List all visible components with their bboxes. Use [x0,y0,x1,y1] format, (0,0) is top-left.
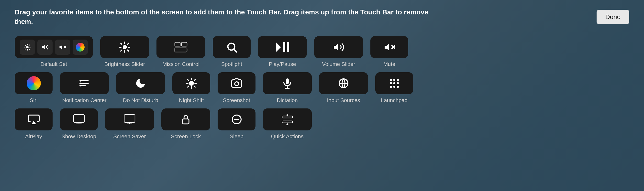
svg-line-7 [25,49,26,50]
ds-volume-icon [38,39,52,55]
item-screen-lock[interactable]: Screen Lock [161,108,210,140]
item-do-not-disturb[interactable]: Do Not Disturb [116,72,165,104]
svg-rect-27 [287,42,289,52]
volume-slider-label: Volume Slider [322,61,355,67]
spotlight-label: Spotlight [221,61,242,67]
play-pause-button[interactable] [258,36,307,58]
quick-actions-label: Quick Actions [271,133,304,140]
item-screenshot[interactable]: Screenshot [218,72,256,104]
screen-saver-label: Screen Saver [113,133,146,140]
default-set-label: Default Set [40,61,67,67]
mute-button[interactable] [370,36,408,58]
airplay-button[interactable] [15,108,52,130]
input-sources-button[interactable] [319,72,368,94]
item-default-set[interactable]: Default Set [15,36,93,67]
svg-point-0 [26,46,28,48]
instruction-text: Drag your favorite items to the bottom o… [15,7,430,26]
input-sources-icon [338,77,350,89]
ds-siri-mini-icon [72,39,88,55]
screenshot-label: Screenshot [223,97,250,104]
brightness-slider-button[interactable] [100,36,149,58]
launchpad-label: Launchpad [381,97,408,104]
sleep-icon [231,114,242,125]
item-show-desktop[interactable]: Show Desktop [60,108,98,140]
airplay-icon [28,114,40,125]
item-airplay[interactable]: AirPlay [15,108,52,140]
svg-rect-53 [397,79,399,81]
night-shift-label: Night Shift [179,97,204,104]
volume-slider-button[interactable] [314,36,363,58]
mute-icon [384,41,395,53]
item-dictation[interactable]: Dictation [263,72,312,104]
do-not-disturb-button[interactable] [116,72,165,94]
notification-center-label: Notification Center [62,97,106,104]
screen-lock-button[interactable] [161,108,210,130]
svg-rect-57 [390,86,392,88]
item-screen-saver[interactable]: Screen Saver [105,108,154,140]
mission-control-button[interactable] [156,36,206,58]
item-notification-center[interactable]: Notification Center [60,72,109,104]
item-input-sources[interactable]: Input Sources [319,72,368,104]
item-mission-control[interactable]: Mission Control [156,36,206,67]
header: Drag your favorite items to the bottom o… [15,7,629,26]
svg-point-45 [235,82,239,86]
item-mute[interactable]: Mute [370,36,408,67]
svg-line-24 [234,49,237,52]
svg-rect-52 [394,79,395,81]
night-shift-icon [186,77,197,89]
svg-point-33 [80,80,81,82]
item-spotlight[interactable]: Spotlight [213,36,250,67]
show-desktop-icon [73,114,85,125]
notification-center-icon [78,77,90,89]
siri-button[interactable] [15,72,52,94]
show-desktop-button[interactable] [60,108,98,130]
screenshot-icon [231,77,242,89]
volume-slider-icon [332,41,345,53]
sleep-button[interactable] [218,108,256,130]
svg-rect-51 [390,79,392,81]
done-button[interactable]: Done [596,10,629,24]
item-play-pause[interactable]: Play/Pause [258,36,307,67]
notification-center-button[interactable] [60,72,109,94]
svg-point-11 [123,45,127,49]
svg-marker-25 [276,42,281,52]
brightness-icon [118,41,131,53]
input-sources-label: Input Sources [327,97,360,104]
item-launchpad[interactable]: Launchpad [375,72,413,104]
dictation-button[interactable] [263,72,312,94]
play-pause-icon [276,41,289,53]
item-quick-actions[interactable]: Quick Actions [263,108,312,140]
play-pause-label: Play/Pause [269,61,296,67]
brightness-slider-label: Brightness Slider [104,61,145,67]
quick-actions-button[interactable] [263,108,312,130]
night-shift-button[interactable] [172,72,210,94]
mission-control-label: Mission Control [162,61,200,67]
launchpad-button[interactable] [375,72,413,94]
item-brightness-slider[interactable]: Brightness Slider [100,36,149,67]
item-night-shift[interactable]: Night Shift [172,72,210,104]
items-grid: Default Set Brightness Slider Mi [15,36,629,140]
item-volume-slider[interactable]: Volume Slider [314,36,363,67]
svg-rect-54 [390,82,392,84]
svg-line-39 [188,80,188,81]
svg-line-8 [29,45,30,46]
do-not-disturb-icon [135,77,146,89]
item-sleep[interactable]: Sleep [218,108,256,140]
siri-icon [27,76,41,90]
airplay-label: AirPlay [25,133,42,140]
screen-saver-button[interactable] [105,108,154,130]
items-row-2: Siri Notification Center [15,72,629,104]
svg-line-44 [194,80,195,81]
svg-marker-75 [286,124,289,125]
item-siri[interactable]: Siri [15,72,52,104]
svg-point-35 [80,85,81,86]
svg-point-36 [189,81,194,86]
default-set-button[interactable] [15,36,93,58]
svg-line-43 [188,86,188,87]
spotlight-search-icon [226,41,238,53]
screenshot-button[interactable] [218,72,256,94]
svg-line-15 [128,50,128,51]
spotlight-button[interactable] [213,36,250,58]
svg-line-19 [128,43,128,44]
dictation-label: Dictation [277,97,298,104]
